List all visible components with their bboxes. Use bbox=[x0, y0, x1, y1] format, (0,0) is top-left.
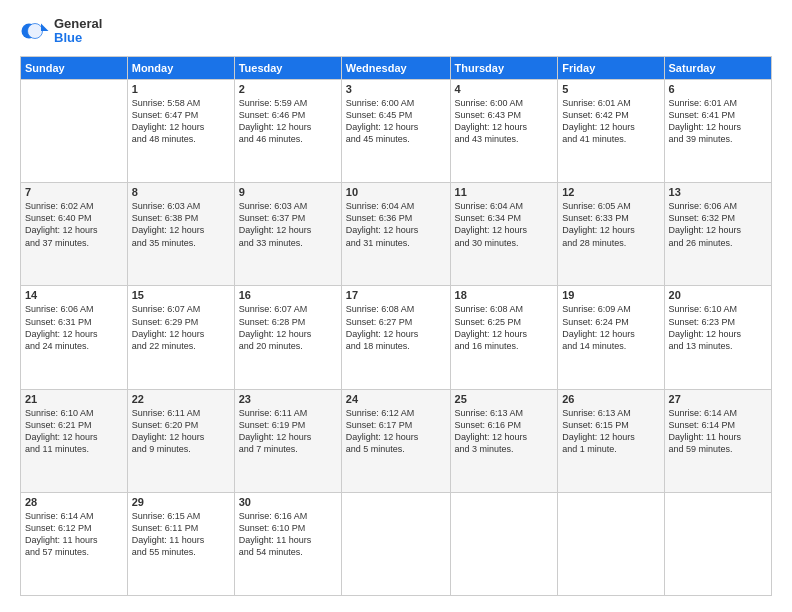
empty-cell bbox=[341, 492, 450, 595]
week-row: 1Sunrise: 5:58 AM Sunset: 6:47 PM Daylig… bbox=[21, 80, 772, 183]
day-cell-14: 14Sunrise: 6:06 AM Sunset: 6:31 PM Dayli… bbox=[21, 286, 128, 389]
day-number: 27 bbox=[669, 393, 767, 405]
day-cell-6: 6Sunrise: 6:01 AM Sunset: 6:41 PM Daylig… bbox=[664, 80, 771, 183]
week-row: 28Sunrise: 6:14 AM Sunset: 6:12 PM Dayli… bbox=[21, 492, 772, 595]
empty-cell bbox=[21, 80, 128, 183]
day-info: Sunrise: 6:00 AM Sunset: 6:45 PM Dayligh… bbox=[346, 97, 446, 146]
logo-icon bbox=[20, 16, 50, 46]
day-cell-18: 18Sunrise: 6:08 AM Sunset: 6:25 PM Dayli… bbox=[450, 286, 558, 389]
day-info: Sunrise: 6:03 AM Sunset: 6:37 PM Dayligh… bbox=[239, 200, 337, 249]
day-info: Sunrise: 6:16 AM Sunset: 6:10 PM Dayligh… bbox=[239, 510, 337, 559]
day-number: 20 bbox=[669, 289, 767, 301]
day-number: 10 bbox=[346, 186, 446, 198]
day-cell-28: 28Sunrise: 6:14 AM Sunset: 6:12 PM Dayli… bbox=[21, 492, 128, 595]
day-info: Sunrise: 5:59 AM Sunset: 6:46 PM Dayligh… bbox=[239, 97, 337, 146]
day-cell-12: 12Sunrise: 6:05 AM Sunset: 6:33 PM Dayli… bbox=[558, 183, 664, 286]
logo-general: General bbox=[54, 17, 102, 31]
day-cell-7: 7Sunrise: 6:02 AM Sunset: 6:40 PM Daylig… bbox=[21, 183, 128, 286]
day-cell-26: 26Sunrise: 6:13 AM Sunset: 6:15 PM Dayli… bbox=[558, 389, 664, 492]
page: General Blue SundayMondayTuesdayWednesda… bbox=[0, 0, 792, 612]
day-info: Sunrise: 6:14 AM Sunset: 6:14 PM Dayligh… bbox=[669, 407, 767, 456]
day-header-sunday: Sunday bbox=[21, 57, 128, 80]
day-number: 16 bbox=[239, 289, 337, 301]
day-number: 22 bbox=[132, 393, 230, 405]
day-number: 29 bbox=[132, 496, 230, 508]
day-info: Sunrise: 6:05 AM Sunset: 6:33 PM Dayligh… bbox=[562, 200, 659, 249]
calendar-header: SundayMondayTuesdayWednesdayThursdayFrid… bbox=[21, 57, 772, 80]
day-number: 28 bbox=[25, 496, 123, 508]
logo-blue: Blue bbox=[54, 31, 102, 45]
day-info: Sunrise: 5:58 AM Sunset: 6:47 PM Dayligh… bbox=[132, 97, 230, 146]
day-cell-20: 20Sunrise: 6:10 AM Sunset: 6:23 PM Dayli… bbox=[664, 286, 771, 389]
day-info: Sunrise: 6:06 AM Sunset: 6:32 PM Dayligh… bbox=[669, 200, 767, 249]
day-info: Sunrise: 6:04 AM Sunset: 6:36 PM Dayligh… bbox=[346, 200, 446, 249]
day-cell-13: 13Sunrise: 6:06 AM Sunset: 6:32 PM Dayli… bbox=[664, 183, 771, 286]
day-info: Sunrise: 6:08 AM Sunset: 6:25 PM Dayligh… bbox=[455, 303, 554, 352]
day-number: 18 bbox=[455, 289, 554, 301]
day-number: 11 bbox=[455, 186, 554, 198]
day-number: 1 bbox=[132, 83, 230, 95]
day-number: 17 bbox=[346, 289, 446, 301]
day-info: Sunrise: 6:07 AM Sunset: 6:28 PM Dayligh… bbox=[239, 303, 337, 352]
day-header-monday: Monday bbox=[127, 57, 234, 80]
day-header-friday: Friday bbox=[558, 57, 664, 80]
days-row: SundayMondayTuesdayWednesdayThursdayFrid… bbox=[21, 57, 772, 80]
day-number: 25 bbox=[455, 393, 554, 405]
day-number: 4 bbox=[455, 83, 554, 95]
day-number: 15 bbox=[132, 289, 230, 301]
day-number: 9 bbox=[239, 186, 337, 198]
day-cell-10: 10Sunrise: 6:04 AM Sunset: 6:36 PM Dayli… bbox=[341, 183, 450, 286]
day-number: 2 bbox=[239, 83, 337, 95]
day-number: 6 bbox=[669, 83, 767, 95]
day-info: Sunrise: 6:14 AM Sunset: 6:12 PM Dayligh… bbox=[25, 510, 123, 559]
day-info: Sunrise: 6:13 AM Sunset: 6:15 PM Dayligh… bbox=[562, 407, 659, 456]
day-info: Sunrise: 6:02 AM Sunset: 6:40 PM Dayligh… bbox=[25, 200, 123, 249]
day-cell-22: 22Sunrise: 6:11 AM Sunset: 6:20 PM Dayli… bbox=[127, 389, 234, 492]
day-cell-25: 25Sunrise: 6:13 AM Sunset: 6:16 PM Dayli… bbox=[450, 389, 558, 492]
day-cell-3: 3Sunrise: 6:00 AM Sunset: 6:45 PM Daylig… bbox=[341, 80, 450, 183]
day-info: Sunrise: 6:10 AM Sunset: 6:23 PM Dayligh… bbox=[669, 303, 767, 352]
day-cell-2: 2Sunrise: 5:59 AM Sunset: 6:46 PM Daylig… bbox=[234, 80, 341, 183]
day-cell-15: 15Sunrise: 6:07 AM Sunset: 6:29 PM Dayli… bbox=[127, 286, 234, 389]
day-info: Sunrise: 6:00 AM Sunset: 6:43 PM Dayligh… bbox=[455, 97, 554, 146]
day-info: Sunrise: 6:11 AM Sunset: 6:19 PM Dayligh… bbox=[239, 407, 337, 456]
logo: General Blue bbox=[20, 16, 102, 46]
day-cell-30: 30Sunrise: 6:16 AM Sunset: 6:10 PM Dayli… bbox=[234, 492, 341, 595]
day-cell-9: 9Sunrise: 6:03 AM Sunset: 6:37 PM Daylig… bbox=[234, 183, 341, 286]
week-row: 14Sunrise: 6:06 AM Sunset: 6:31 PM Dayli… bbox=[21, 286, 772, 389]
day-cell-4: 4Sunrise: 6:00 AM Sunset: 6:43 PM Daylig… bbox=[450, 80, 558, 183]
day-cell-8: 8Sunrise: 6:03 AM Sunset: 6:38 PM Daylig… bbox=[127, 183, 234, 286]
day-header-saturday: Saturday bbox=[664, 57, 771, 80]
day-info: Sunrise: 6:10 AM Sunset: 6:21 PM Dayligh… bbox=[25, 407, 123, 456]
day-info: Sunrise: 6:09 AM Sunset: 6:24 PM Dayligh… bbox=[562, 303, 659, 352]
day-info: Sunrise: 6:06 AM Sunset: 6:31 PM Dayligh… bbox=[25, 303, 123, 352]
empty-cell bbox=[450, 492, 558, 595]
day-number: 13 bbox=[669, 186, 767, 198]
day-number: 23 bbox=[239, 393, 337, 405]
day-cell-5: 5Sunrise: 6:01 AM Sunset: 6:42 PM Daylig… bbox=[558, 80, 664, 183]
day-cell-29: 29Sunrise: 6:15 AM Sunset: 6:11 PM Dayli… bbox=[127, 492, 234, 595]
day-cell-11: 11Sunrise: 6:04 AM Sunset: 6:34 PM Dayli… bbox=[450, 183, 558, 286]
day-info: Sunrise: 6:07 AM Sunset: 6:29 PM Dayligh… bbox=[132, 303, 230, 352]
day-info: Sunrise: 6:08 AM Sunset: 6:27 PM Dayligh… bbox=[346, 303, 446, 352]
week-row: 21Sunrise: 6:10 AM Sunset: 6:21 PM Dayli… bbox=[21, 389, 772, 492]
day-number: 30 bbox=[239, 496, 337, 508]
day-cell-27: 27Sunrise: 6:14 AM Sunset: 6:14 PM Dayli… bbox=[664, 389, 771, 492]
day-cell-1: 1Sunrise: 5:58 AM Sunset: 6:47 PM Daylig… bbox=[127, 80, 234, 183]
day-number: 7 bbox=[25, 186, 123, 198]
svg-marker-2 bbox=[41, 24, 49, 32]
day-header-tuesday: Tuesday bbox=[234, 57, 341, 80]
day-number: 24 bbox=[346, 393, 446, 405]
header: General Blue bbox=[20, 16, 772, 46]
empty-cell bbox=[664, 492, 771, 595]
day-info: Sunrise: 6:12 AM Sunset: 6:17 PM Dayligh… bbox=[346, 407, 446, 456]
calendar: SundayMondayTuesdayWednesdayThursdayFrid… bbox=[20, 56, 772, 596]
day-info: Sunrise: 6:03 AM Sunset: 6:38 PM Dayligh… bbox=[132, 200, 230, 249]
day-info: Sunrise: 6:01 AM Sunset: 6:41 PM Dayligh… bbox=[669, 97, 767, 146]
day-number: 26 bbox=[562, 393, 659, 405]
logo-text: General Blue bbox=[54, 17, 102, 46]
day-number: 12 bbox=[562, 186, 659, 198]
day-number: 21 bbox=[25, 393, 123, 405]
day-info: Sunrise: 6:15 AM Sunset: 6:11 PM Dayligh… bbox=[132, 510, 230, 559]
empty-cell bbox=[558, 492, 664, 595]
